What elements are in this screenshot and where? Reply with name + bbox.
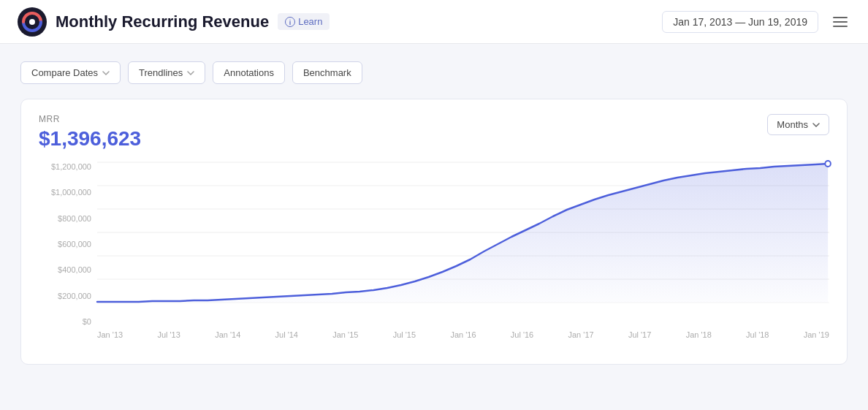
svg-point-1 [29, 19, 35, 25]
x-label-jul18: Jul '18 [746, 330, 769, 339]
info-icon: i [285, 17, 295, 27]
trendlines-label: Trendlines [139, 67, 183, 78]
annotations-label: Annotations [224, 67, 274, 78]
metric-label: MRR [39, 114, 141, 124]
y-label-1200k: $1,200,000 [51, 162, 91, 171]
x-label-jul17: Jul '17 [628, 330, 651, 339]
period-selector[interactable]: Months [767, 114, 829, 135]
app-logo [18, 7, 47, 37]
chart-container: $1,200,000 $1,000,000 $800,000 $600,000 … [39, 162, 829, 352]
svg-text:i: i [289, 19, 292, 26]
compare-dates-label: Compare Dates [31, 67, 98, 78]
chevron-down-icon [102, 71, 110, 75]
chart-area [97, 162, 829, 326]
y-label-600k: $600,000 [58, 240, 91, 248]
chart-header: MRR $1,396,623 Months [39, 114, 829, 151]
metric-info: MRR $1,396,623 [39, 114, 141, 151]
x-label-jan16: Jan '16 [450, 330, 476, 339]
toolbar: Compare Dates Trendlines Annotations Ben… [20, 61, 848, 84]
chevron-down-icon [187, 71, 194, 75]
learn-label: Learn [298, 16, 322, 27]
line-chart-svg [97, 162, 829, 326]
benchmark-button[interactable]: Benchmark [292, 61, 362, 84]
y-axis: $1,200,000 $1,000,000 $800,000 $600,000 … [39, 162, 97, 326]
period-selector-label: Months [777, 119, 808, 130]
x-label-jan17: Jan '17 [568, 330, 594, 339]
trendlines-button[interactable]: Trendlines [128, 61, 205, 84]
header-right: Jan 17, 2013 — Jun 19, 2019 [662, 11, 850, 33]
compare-dates-button[interactable]: Compare Dates [20, 61, 121, 84]
app-header: Monthly Recurring Revenue i Learn Jan 17… [0, 0, 868, 44]
x-label-jul14: Jul '14 [275, 330, 298, 339]
page-title: Monthly Recurring Revenue [56, 12, 269, 31]
x-label-jul13: Jul '13 [157, 330, 180, 339]
x-axis: Jan '13 Jul '13 Jan '14 Jul '14 Jan '15 … [97, 326, 829, 352]
chart-card: MRR $1,396,623 Months $1,200,000 $1,000,… [20, 99, 848, 365]
chevron-down-icon [812, 123, 820, 127]
x-label-jul16: Jul '16 [511, 330, 533, 339]
date-range-display[interactable]: Jan 17, 2013 — Jun 19, 2019 [662, 11, 818, 33]
x-label-jan19: Jan '19 [804, 330, 829, 339]
x-label-jan14: Jan '14 [215, 330, 240, 339]
learn-button[interactable]: i Learn [278, 13, 330, 30]
menu-bar-1 [833, 17, 848, 18]
header-left: Monthly Recurring Revenue i Learn [18, 7, 330, 37]
x-label-jul15: Jul '15 [393, 330, 416, 339]
menu-bar-2 [833, 21, 848, 23]
benchmark-label: Benchmark [303, 67, 351, 78]
annotations-button[interactable]: Annotations [213, 61, 285, 84]
x-label-jan18: Jan '18 [686, 330, 712, 339]
hamburger-menu-button[interactable] [830, 14, 850, 30]
x-label-jan13: Jan '13 [97, 330, 123, 339]
main-content: Compare Dates Trendlines Annotations Ben… [0, 44, 868, 382]
y-label-1000k: $1,000,000 [51, 188, 91, 197]
y-label-200k: $200,000 [58, 292, 91, 300]
x-label-jan15: Jan '15 [332, 330, 358, 339]
metric-value: $1,396,623 [39, 127, 141, 151]
y-label-0: $0 [83, 317, 91, 326]
y-label-400k: $400,000 [58, 265, 91, 274]
chart-end-dot-inner [826, 162, 830, 166]
menu-bar-3 [833, 26, 848, 27]
y-label-800k: $800,000 [58, 214, 91, 223]
